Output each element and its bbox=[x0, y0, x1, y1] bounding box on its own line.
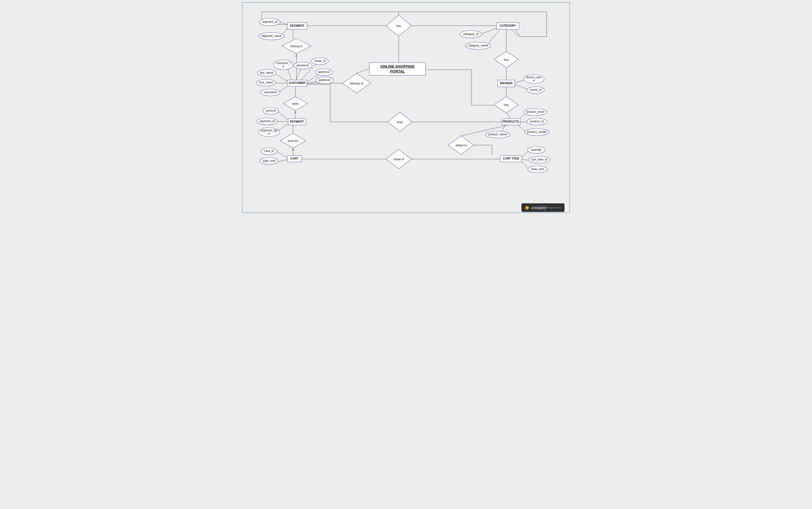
rel-done-for-label: done for bbox=[288, 139, 298, 143]
attr-last-name-label: last_name bbox=[260, 71, 273, 74]
attr-password-label: password bbox=[296, 64, 309, 67]
svg-line-4 bbox=[357, 69, 369, 73]
attr-amount-label: amount bbox=[266, 109, 276, 112]
svg-line-29 bbox=[279, 160, 287, 162]
bulb-icon bbox=[525, 206, 529, 210]
portal-title-l1: ONLINE SHOPPING bbox=[380, 64, 414, 68]
entity-products-label: PRODUCTS bbox=[503, 120, 519, 123]
entity-customer-label: CUSTOMER bbox=[289, 81, 306, 85]
creately-logo: creately Diagramming bbox=[521, 203, 564, 212]
svg-line-31 bbox=[515, 84, 527, 89]
entity-brands-label: BRANDS bbox=[500, 81, 512, 85]
er-diagram-page: ONLINE SHOPPING PORTAL SEGMENT CATEGORY … bbox=[240, 0, 572, 215]
rel-made-of-label: made of bbox=[393, 158, 404, 161]
logo-subtext: Diagramming bbox=[548, 207, 561, 209]
attr-cart-item-id-label: cart_item_id bbox=[531, 158, 547, 161]
portal-title-l2: PORTAL bbox=[390, 69, 405, 73]
attr-card-id-label: card_id bbox=[264, 149, 274, 153]
attr-segment-id-label: segment_id bbox=[262, 20, 278, 24]
svg-line-12 bbox=[506, 112, 510, 118]
entity-cart-item-label: CART ITEM bbox=[503, 157, 519, 160]
attr-product-id-label: product_id bbox=[530, 120, 544, 123]
rel-belong-to-label: belong to bbox=[290, 44, 302, 48]
svg-line-38 bbox=[521, 161, 529, 169]
attr-brand-name-l1: brand_nam bbox=[526, 76, 542, 79]
entity-segment-label: SEGMENT bbox=[290, 24, 304, 27]
svg-line-20 bbox=[274, 73, 287, 81]
attr-cart-item-total-label: total_cost bbox=[531, 167, 544, 171]
attr-brand-name-l2: e bbox=[533, 79, 535, 82]
logo-text-2: ly bbox=[543, 205, 546, 210]
attr-address1-label: address1 bbox=[318, 70, 330, 74]
svg-line-16 bbox=[487, 28, 501, 45]
rel-has-cat-brand-label: has bbox=[504, 58, 509, 61]
svg-line-25 bbox=[278, 111, 289, 121]
attr-username-label: username bbox=[264, 91, 277, 94]
attr-product-name-label: product_name bbox=[488, 133, 507, 136]
attr-brand-id-label: brand_id bbox=[530, 88, 542, 92]
attr-customer-id-l2: d bbox=[283, 65, 284, 68]
attr-payment-type-l2: e bbox=[268, 132, 270, 135]
er-diagram-svg: ONLINE SHOPPING PORTAL SEGMENT CATEGORY … bbox=[240, 0, 572, 215]
svg-line-37 bbox=[521, 159, 529, 160]
svg-line-36 bbox=[521, 151, 528, 158]
logo-text-1: create bbox=[531, 205, 543, 210]
attr-product-model-label: product_model bbox=[527, 130, 546, 134]
rel-does-label: does bbox=[292, 102, 299, 105]
entity-category-label: CATEGORY bbox=[500, 24, 516, 27]
attr-quantity-label: quantity bbox=[531, 148, 542, 151]
attr-first-name-label: first_name bbox=[259, 81, 273, 84]
svg-line-18 bbox=[296, 67, 302, 80]
attr-customer-id-l1: customer_i bbox=[276, 61, 291, 65]
rel-has-brand-prod-label: has bbox=[504, 103, 509, 107]
rel-has-top-label: has bbox=[396, 24, 401, 28]
entity-cart-label: CART bbox=[290, 157, 299, 160]
rel-buys-label: buys bbox=[397, 121, 403, 124]
attr-payment-id-label: payment_id bbox=[259, 120, 275, 123]
rel-belongs-to-label: belongs to bbox=[350, 82, 363, 85]
attr-segment-name-label: segment_name bbox=[261, 34, 282, 38]
attr-payment-type-l1: payment_typ bbox=[261, 129, 278, 132]
attr-category-id-label: category_id bbox=[463, 32, 478, 36]
svg-line-28 bbox=[278, 152, 287, 158]
attr-category-name-label: category_name bbox=[468, 44, 488, 47]
attr-email-id-label: email_id bbox=[315, 59, 326, 63]
attr-product-price-label: product_price bbox=[526, 110, 544, 113]
entity-payment-label: PAYMENT bbox=[290, 120, 304, 123]
attr-total-cost-label: total_cost bbox=[263, 159, 275, 163]
rel-added-to-label: added to bbox=[455, 144, 467, 147]
attr-address2-label: address2 bbox=[319, 78, 331, 82]
